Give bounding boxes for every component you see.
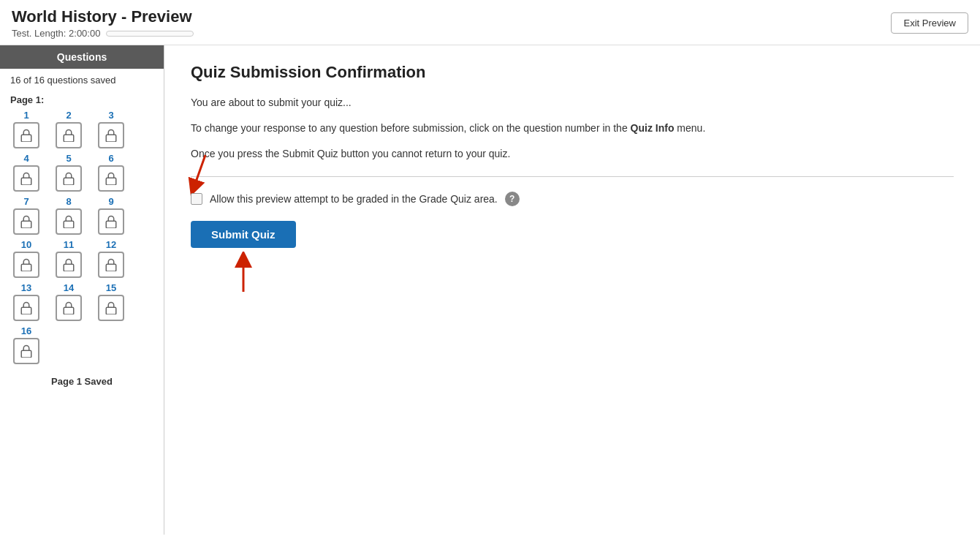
test-length-label: Test. Length: 2:00:00	[12, 28, 100, 39]
question-icon	[13, 295, 39, 321]
main-layout: Questions 16 of 16 questions saved Page …	[0, 45, 980, 535]
question-icon	[56, 122, 82, 148]
question-btn-11[interactable]: 11	[50, 239, 88, 278]
question-btn-10[interactable]: 10	[7, 239, 45, 278]
svg-rect-11	[106, 264, 116, 271]
question-grid: 1 2 3	[0, 110, 164, 364]
question-number: 8	[66, 196, 71, 207]
question-btn-4[interactable]: 4	[7, 153, 45, 192]
divider	[191, 176, 954, 177]
question-btn-14[interactable]: 14	[50, 282, 88, 321]
header: World History - Preview Test. Length: 2:…	[0, 0, 980, 45]
svg-rect-2	[106, 135, 116, 142]
question-icon	[98, 165, 124, 192]
svg-rect-9	[21, 264, 31, 271]
question-btn-1[interactable]: 1	[7, 110, 45, 148]
question-icon	[98, 252, 124, 278]
question-btn-12[interactable]: 12	[92, 239, 130, 278]
question-number: 16	[21, 325, 31, 336]
sidebar: Questions 16 of 16 questions saved Page …	[0, 45, 164, 535]
exit-preview-button[interactable]: Exit Preview	[891, 12, 968, 34]
svg-rect-6	[21, 221, 31, 228]
question-btn-15[interactable]: 15	[92, 282, 130, 321]
svg-rect-10	[64, 264, 74, 271]
question-btn-8[interactable]: 8	[50, 196, 88, 235]
main-content: Quiz Submission Confirmation You are abo…	[164, 45, 980, 535]
question-number: 11	[64, 239, 74, 250]
question-btn-13[interactable]: 13	[7, 282, 45, 321]
svg-rect-12	[21, 307, 31, 314]
para2: To change your response to any question …	[191, 121, 954, 136]
question-number: 5	[66, 153, 71, 164]
question-btn-2[interactable]: 2	[50, 110, 88, 148]
question-btn-7[interactable]: 7	[7, 196, 45, 235]
help-icon[interactable]: ?	[505, 192, 520, 206]
question-number: 4	[23, 153, 29, 164]
question-icon	[13, 338, 39, 364]
question-icon	[13, 122, 39, 148]
question-icon	[56, 252, 82, 278]
header-left: World History - Preview Test. Length: 2:…	[12, 7, 194, 39]
question-number: 15	[106, 282, 116, 293]
question-btn-5[interactable]: 5	[50, 153, 88, 192]
page-title: World History - Preview	[12, 7, 194, 26]
question-icon	[98, 295, 124, 321]
svg-rect-1	[64, 135, 74, 142]
question-icon	[56, 295, 82, 321]
svg-rect-5	[106, 178, 116, 185]
page-label: Page 1:	[0, 88, 164, 110]
svg-rect-14	[106, 307, 116, 314]
para2-after: menu.	[674, 122, 705, 134]
question-icon	[98, 208, 124, 235]
questions-saved-text: 16 of 16 questions saved	[0, 69, 164, 88]
allow-graded-label: Allow this preview attempt to be graded …	[210, 193, 498, 205]
question-btn-9[interactable]: 9	[92, 196, 130, 235]
question-number: 7	[23, 196, 29, 207]
question-icon	[13, 252, 39, 278]
question-icon	[13, 208, 39, 235]
svg-rect-7	[64, 221, 74, 228]
question-number: 3	[108, 110, 113, 121]
svg-rect-15	[21, 350, 31, 358]
question-number: 10	[21, 239, 31, 250]
question-btn-6[interactable]: 6	[92, 153, 130, 192]
question-icon	[56, 208, 82, 235]
allow-graded-checkbox[interactable]	[191, 193, 202, 205]
submit-quiz-button[interactable]: Submit Quiz	[191, 221, 296, 248]
question-number: 2	[66, 110, 71, 121]
question-icon	[13, 165, 39, 192]
question-icon	[56, 165, 82, 192]
question-number: 14	[64, 282, 74, 293]
svg-rect-13	[64, 307, 74, 314]
svg-rect-3	[21, 178, 31, 185]
questions-header: Questions	[0, 45, 164, 69]
svg-rect-4	[64, 178, 74, 185]
para2-before: To change your response to any question …	[191, 122, 631, 134]
allow-graded-row: Allow this preview attempt to be graded …	[191, 192, 954, 206]
para1: You are about to submit your quiz...	[191, 95, 954, 110]
header-sub: Test. Length: 2:00:00	[12, 28, 194, 39]
question-number: 9	[108, 196, 113, 207]
question-number: 12	[106, 239, 116, 250]
question-number: 6	[108, 153, 113, 164]
question-number: 1	[23, 110, 29, 121]
svg-rect-0	[21, 135, 31, 142]
question-icon	[98, 122, 124, 148]
page-saved-label: Page 1 Saved	[0, 364, 164, 391]
timer-box	[106, 31, 194, 37]
para2-bold: Quiz Info	[631, 122, 675, 134]
arrow-annotation-2	[229, 252, 258, 295]
para3: Once you press the Submit Quiz button yo…	[191, 146, 954, 162]
question-btn-16[interactable]: 16	[7, 325, 45, 364]
question-number: 13	[21, 282, 31, 293]
svg-rect-8	[106, 221, 116, 228]
question-btn-3[interactable]: 3	[92, 110, 130, 148]
submission-title: Quiz Submission Confirmation	[191, 63, 954, 82]
